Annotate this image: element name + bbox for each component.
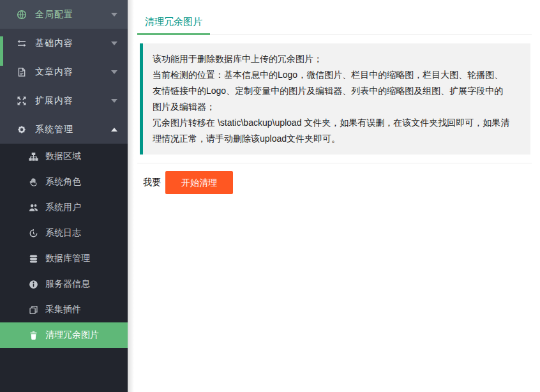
notice-line: 友情链接中的Logo、定制变量中的图片及编辑器、列表中的缩略图及组图、扩展字段中… (153, 83, 521, 99)
copy-icon (29, 305, 38, 315)
sidebar-item-basic-content[interactable]: 基础内容 (0, 29, 128, 57)
sidebar-item-extended-content[interactable]: 扩展内容 (0, 86, 128, 115)
submenu-item-server-info[interactable]: 服务器信息 (0, 271, 128, 297)
sidebar-item-global-config[interactable]: 全局配置 (0, 0, 128, 29)
chevron-down-icon (111, 70, 117, 74)
users-icon (29, 203, 38, 213)
action-prefix-label: 我要 (143, 177, 161, 188)
sidebar-item-label: 系统管理 (35, 124, 111, 135)
sidebar-submenu-system: 数据区域 系统角色 (0, 144, 128, 392)
submenu-item-label: 系统用户 (45, 202, 81, 213)
sidebar-item-label: 基础内容 (35, 38, 111, 49)
notice-box: 该功能用于删除数据库中上传的冗余图片； 当前检测的位置：基本信息中的Logo，微… (140, 43, 530, 155)
sidebar-item-system-management[interactable]: 系统管理 (0, 115, 128, 144)
sidebar-item-article-content[interactable]: 文章内容 (0, 57, 128, 86)
submenu-item-label: 采集插件 (45, 304, 81, 315)
history-icon (29, 229, 38, 238)
notice-line: 该功能用于删除数据库中上传的冗余图片； (153, 51, 521, 67)
submenu-item-system-logs[interactable]: 系统日志 (0, 220, 128, 246)
sidebar: 全局配置 基础内容 文章内容 (0, 0, 128, 392)
submenu-item-label: 清理冗余图片 (45, 329, 99, 341)
hand-icon (29, 177, 38, 187)
notice-line: 当前检测的位置：基本信息中的Logo，微信图片、栏目中的缩略图，栏目大图、轮播图… (153, 67, 521, 83)
sidebar-item-label: 扩展内容 (35, 95, 111, 107)
submenu-item-label: 服务器信息 (45, 278, 90, 290)
submenu-item-system-users[interactable]: 系统用户 (0, 195, 128, 220)
submenu-item-database-management[interactable]: 数据库管理 (0, 246, 128, 271)
trash-icon (29, 331, 38, 340)
main-content: 清理冗余图片 该功能用于删除数据库中上传的冗余图片； 当前检测的位置：基本信息中… (128, 0, 540, 392)
notice-line: 图片及编辑器； (153, 99, 521, 115)
submenu-item-clean-redundant-images[interactable]: 清理冗余图片 (0, 322, 128, 348)
app-window: 全局配置 基础内容 文章内容 (0, 0, 540, 392)
database-icon (29, 254, 38, 264)
sidebar-item-label: 全局配置 (35, 9, 111, 20)
submenu-item-label: 数据库管理 (45, 253, 90, 264)
document-icon (17, 67, 27, 77)
sitemap-icon (29, 152, 38, 162)
submenu-item-system-roles[interactable]: 系统角色 (0, 169, 128, 195)
sidebar-item-label: 文章内容 (35, 66, 111, 78)
submenu-item-label: 系统角色 (45, 176, 81, 188)
action-row: 我要 开始清理 (143, 171, 530, 194)
submenu-item-collect-plugin[interactable]: 采集插件 (0, 297, 128, 322)
gear-icon (17, 124, 27, 135)
notice-line: 理情况正常，请手动删除该upload文件夹即可。 (153, 131, 521, 147)
globe-icon (17, 10, 27, 20)
submenu-item-data-area[interactable]: 数据区域 (0, 144, 128, 169)
sidebar-scrollbar-thumb[interactable] (0, 36, 3, 66)
chevron-down-icon (111, 99, 117, 103)
chevron-up-icon (111, 128, 117, 132)
tab-clean-redundant-images[interactable]: 清理冗余图片 (137, 16, 210, 35)
info-icon (29, 280, 38, 289)
expand-icon (17, 96, 27, 106)
notice-line: 冗余图片转移在 \static\backup\upload 文件夹，如果有误删，… (153, 115, 521, 131)
divider (137, 163, 532, 163)
tab-bar: 清理冗余图片 (137, 0, 532, 34)
chevron-down-icon (111, 41, 117, 45)
submenu-item-label: 数据区域 (45, 151, 81, 162)
submenu-item-label: 系统日志 (45, 227, 81, 239)
sliders-icon (17, 38, 27, 49)
start-clean-button[interactable]: 开始清理 (165, 171, 233, 194)
chevron-down-icon (111, 13, 117, 17)
